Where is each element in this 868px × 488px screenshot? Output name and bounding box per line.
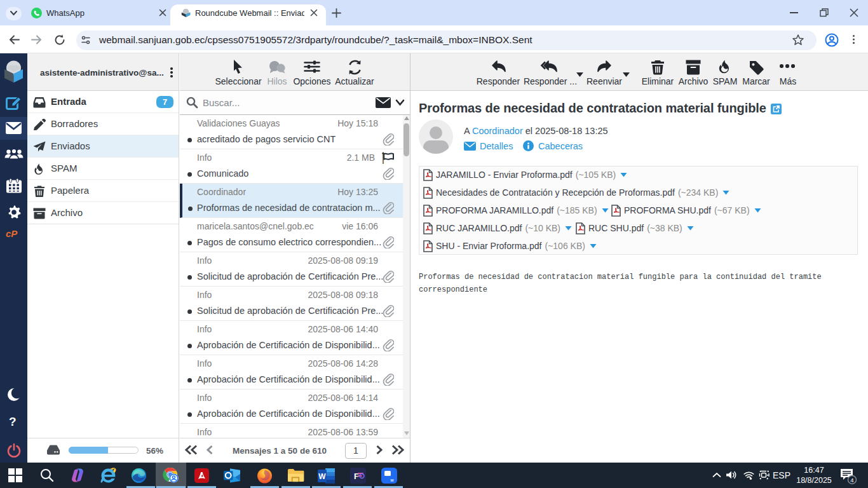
svg-text:w: w <box>390 478 394 482</box>
svg-text:W: W <box>318 472 326 481</box>
svg-text:4: 4 <box>850 477 853 484</box>
